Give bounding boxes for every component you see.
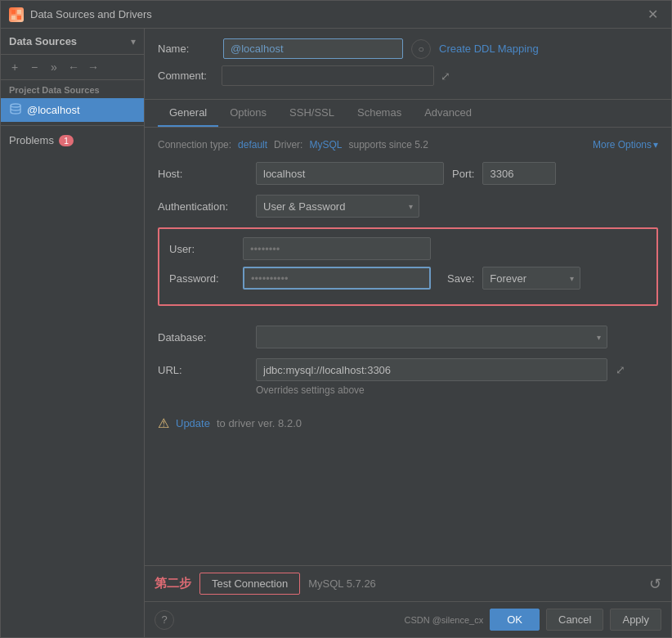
svg-point-4 [11,104,20,107]
database-label: Database: [158,331,248,344]
bottom-bar: ? CSDN @silence_cx OK Cancel Apply [145,601,671,637]
host-row: Host: Port: [158,162,658,185]
more-options-label: More Options [593,139,652,151]
project-datasources-label: Project Data Sources [1,80,144,98]
create-ddl-link[interactable]: Create DDL Mapping [439,43,539,55]
tab-schemas[interactable]: Schemas [346,100,413,127]
name-input[interactable] [223,38,403,59]
app-icon [9,7,24,22]
url-label: URL: [158,364,248,376]
name-row: Name: ○ Create DDL Mapping [158,38,658,59]
name-label: Name: [158,43,215,55]
password-input[interactable] [243,267,431,290]
database-select-wrapper: ▾ [256,326,607,348]
database-icon [9,102,22,118]
expand-icon[interactable]: ⤢ [441,70,450,83]
driver-rest: supports since 5.2 [348,139,428,151]
remove-datasource-button[interactable]: − [25,58,43,76]
conn-type-label: Connection type: [158,139,231,151]
test-connection-button[interactable]: Test Connection [199,573,300,595]
save-label: Save: [447,272,474,285]
sidebar-item-localhost[interactable]: @localhost [1,98,144,122]
window-title: Data Sources and Drivers [30,8,643,20]
footer: 第二步 Test Connection MySQL 5.7.26 ↺ [145,565,671,601]
sidebar-toolbar: + − » ← → [1,55,144,80]
cancel-button[interactable]: Cancel [546,609,603,631]
sync-button[interactable]: ○ [411,39,431,59]
password-label: Password: [169,272,235,285]
more-datasource-button[interactable]: » [45,58,63,76]
save-select-wrapper: Forever Until restart Never ▾ [482,267,580,290]
back-button[interactable]: ← [65,58,83,76]
ok-button[interactable]: OK [490,609,540,631]
main-content: Data Sources ▾ + − » ← → Project Data So… [1,29,671,637]
add-datasource-button[interactable]: + [6,58,24,76]
refresh-button[interactable]: ↺ [649,575,661,593]
main-window: Data Sources and Drivers ✕ Data Sources … [0,0,672,638]
url-expand-icon[interactable]: ⤢ [616,363,625,376]
driver-value[interactable]: MySQL [309,139,342,151]
auth-row: Authentication: User & Password No auth … [158,195,658,218]
port-label: Port: [452,168,474,180]
user-label: User: [169,243,235,255]
tab-advanced[interactable]: Advanced [413,100,483,127]
database-select[interactable] [256,326,607,348]
auth-select-wrapper: User & Password No auth LDAP ▾ [256,195,419,218]
right-panel: Name: ○ Create DDL Mapping Comment: ⤢ Ge… [145,29,671,637]
host-label: Host: [158,168,248,180]
problems-label: Problems [9,134,54,146]
sidebar-header: Data Sources ▾ [1,29,144,55]
comment-label: Comment: [158,70,215,82]
connection-info: Connection type: default Driver: MySQL s… [158,139,658,151]
sidebar-item-label: @localhost [27,104,80,116]
more-options-link[interactable]: More Options ▾ [593,139,658,151]
save-select[interactable]: Forever Until restart Never [482,267,580,290]
svg-rect-3 [17,16,21,20]
comment-row: Comment: ⤢ [158,65,658,86]
update-link[interactable]: Update [176,417,210,429]
auth-select[interactable]: User & Password No auth LDAP [256,195,419,218]
host-input[interactable] [256,162,444,185]
apply-button[interactable]: Apply [610,609,661,631]
step2-annotation: 第二步 [155,576,191,591]
user-password-wrapper: 第一步 User: Password: Save: [158,227,658,316]
tab-general[interactable]: General [158,100,218,127]
update-notice: ⚠ Update to driver ver. 8.2.0 [158,407,658,439]
forward-button[interactable]: → [84,58,102,76]
tab-options[interactable]: Options [218,100,278,127]
conn-type-value[interactable]: default [238,139,267,151]
title-bar: Data Sources and Drivers ✕ [1,1,671,29]
user-password-section: User: Password: Save: Forever Until [158,227,658,306]
auth-label: Authentication: [158,200,248,213]
svg-rect-1 [17,10,21,14]
mysql-version: MySQL 5.7.26 [308,577,376,590]
warning-icon: ⚠ [158,416,169,431]
overrides-text: Overrides settings above [256,384,658,396]
problems-section[interactable]: Problems 1 [1,129,144,151]
user-row: User: [169,237,647,260]
form-area: Connection type: default Driver: MySQL s… [145,128,671,565]
user-input[interactable] [243,237,431,260]
form-header: Name: ○ Create DDL Mapping Comment: ⤢ [145,29,671,100]
watermark: CSDN @silence_cx [404,615,483,625]
more-options-chevron: ▾ [653,139,658,151]
port-input[interactable] [482,162,556,185]
sidebar-title: Data Sources [9,35,131,47]
sidebar-divider [1,125,144,126]
close-button[interactable]: ✕ [643,5,663,24]
sidebar: Data Sources ▾ + − » ← → Project Data So… [1,29,145,637]
svg-rect-2 [11,16,16,20]
database-row: Database: ▾ [158,326,658,348]
url-input[interactable] [256,358,607,381]
url-row: URL: ⤢ [158,358,658,381]
driver-label: Driver: [274,139,302,151]
update-text: to driver ver. 8.2.0 [217,417,302,429]
tabs-bar: General Options SSH/SSL Schemas Advanced [145,100,671,128]
svg-rect-0 [11,10,16,14]
problems-badge: 1 [59,135,74,146]
help-button[interactable]: ? [155,610,174,630]
comment-input[interactable] [222,65,434,86]
password-row: Password: Save: Forever Until restart Ne… [169,267,647,290]
sidebar-dropdown-icon[interactable]: ▾ [131,36,136,47]
tab-sshssl[interactable]: SSH/SSL [278,100,346,127]
